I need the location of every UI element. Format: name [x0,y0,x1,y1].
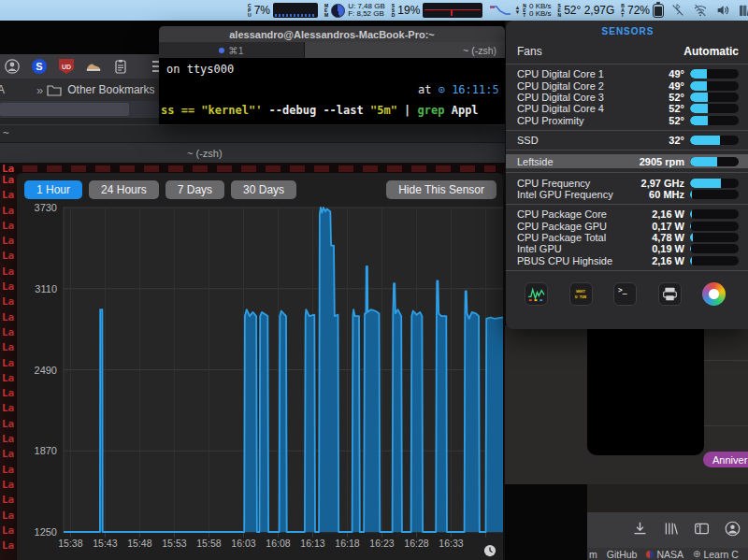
log-line-prefix: La [0,235,17,250]
sensor-row-cpu-digital-core-3[interactable]: CPU Digital Core 352° [517,92,739,103]
terminal2-header: ~ [0,124,505,142]
sensor-label: CPU Proximity [517,115,625,126]
printer-app-icon[interactable] [658,282,682,306]
bluetooth-off-icon[interactable] [670,3,685,18]
log-line-prefix: La [0,372,17,387]
menubar-network[interactable]: ▲▼ NET 0 KB/s 0 KB/s [489,3,551,18]
black-window-back [587,329,704,455]
fans-mode-value[interactable]: Automatic [683,45,739,58]
range-button-7-days[interactable]: 7 Days [165,180,224,199]
browser-toolbar-strip [0,101,159,118]
sensor-row-cpu-package-core[interactable]: CPU Package Core2,16 W [517,208,739,220]
activity-graph-app-icon[interactable] [525,282,548,306]
background-log-strip: LaLaLaLaLaLaLaLaLaLaLaLaLaLaLaLaLaLaLaLa… [0,174,17,560]
terminal-tab1-label: ⌘1 [228,45,243,56]
tab-activity-dot [219,48,224,53]
panel-divider [506,130,748,131]
sensor-row-cpu-digital-core-1[interactable]: CPU Digital Core 149° [517,68,739,79]
download-icon[interactable] [632,521,648,540]
sensor-label: CPU Digital Core 1 [517,68,625,79]
chevron-overflow-icon[interactable]: » [36,83,41,97]
terminal-tab-1[interactable]: ⌘1 [159,42,304,58]
net-arrows-icon: ▲▼ [514,6,520,15]
sensor-row-cpu-proximity[interactable]: CPU Proximity52° [517,115,739,126]
sensor-value: 32° [625,135,684,146]
bookmark-item-learn-c[interactable]: ⊕Learn C [693,549,739,560]
sensor-row-intel-gpu[interactable]: Intel GPU0,19 W [517,243,739,254]
sidebar-icon[interactable] [694,521,710,540]
profile-icon[interactable] [5,59,20,74]
terminal-content[interactable]: on ttys000 at ⊙ 16:11:5 ss == "kernel"' … [159,58,505,124]
s-extension-icon[interactable]: S [32,59,47,74]
sensors-dropdown: SENSORS Fans Automatic CPU Digital Core … [506,21,748,329]
bookmark-item-nasa[interactable]: NASA [646,549,683,560]
log-line-prefix: La [0,295,17,310]
terminal-app-icon[interactable]: >_ [613,282,637,306]
svg-text:2490: 2490 [35,365,57,376]
bookmark-item-github[interactable]: GitHub [607,549,638,560]
log-line-prefix: La [0,524,17,539]
sensor-row-intel-gpu-frequency[interactable]: Intel GPU Frequency60 MHz [517,189,739,200]
sensor-row-cpu-package-total[interactable]: CPU Package Total4,78 W [517,232,739,243]
library-icon[interactable] [663,521,679,540]
sensor-row-cpu-frequency[interactable]: CPU Frequency2,97 GHz [517,177,739,188]
books-icon[interactable] [738,3,748,18]
sensor-gauge [690,93,739,102]
sensor-row-cpu-digital-core-2[interactable]: CPU Digital Core 249° [517,79,739,91]
background-dark-area [505,484,587,560]
log-line-prefix: La [0,311,17,326]
fans-row[interactable]: Fans Automatic [517,43,739,60]
terminal-line-1: on ttys000 [166,63,234,76]
clipboard-icon[interactable] [113,59,128,74]
sensor-label: Leftside [517,156,625,167]
volume-icon[interactable] [715,3,730,18]
menubar-memory[interactable]: MEM U: 7,48 GB F: 8,52 GB [324,3,385,18]
sensor-value: 52° [625,115,684,126]
log-line-prefix: La [0,387,17,402]
panel-app-icons: WHATU TUN>_ [517,275,739,307]
sensor-row-cpu-package-gpu[interactable]: CPU Package GPU0,17 W [517,221,739,232]
anniversary-badge[interactable]: Anniver [703,452,748,467]
clock-icon[interactable] [483,544,496,557]
terminal-tab-2[interactable]: ~ (-zsh) [304,42,505,58]
terminal2-tab-bar[interactable]: ~ (-zsh) [0,142,505,163]
menubar-battery[interactable]: BAT 72% [621,4,664,18]
tuner-app-icon[interactable]: WHATU TUN [569,282,593,306]
sensor-row-ssd[interactable]: SSD32° [517,135,739,146]
profile-icon[interactable] [725,521,741,540]
color-wheel-app-icon[interactable] [702,282,726,306]
svg-text:16:13: 16:13 [300,538,324,549]
panel-divider [506,64,748,65]
range-button-1-hour[interactable]: 1 Hour [24,180,82,199]
terminal-window[interactable]: alessandro@Alessandros-MacBook-Pro:~ ⌘1 … [159,26,505,124]
terminal-tab2-label: ~ (-zsh) [463,45,496,56]
ud-shield-icon[interactable]: UD [59,59,74,74]
range-button-30-days[interactable]: 30 Days [231,180,296,199]
terminal-title-bar[interactable]: alessandro@Alessandros-MacBook-Pro:~ [159,26,505,42]
log-line-prefix: La [0,266,17,280]
sidebar-row-divider [704,360,748,361]
menubar-cpu[interactable]: CPU 7% [248,3,318,18]
range-button-24-hours[interactable]: 24 Hours [89,180,159,199]
sensor-gauge [690,209,739,219]
sensor-gauge [690,222,739,231]
menubar-ssd[interactable]: SSD 19% [392,3,483,18]
sensor-history-window[interactable]: 1250187024903110373015:3815:4315:4815:53… [17,173,503,560]
cpu-history-graph [273,3,318,18]
log-red-prefix: La [2,163,14,174]
sensor-row-leftside[interactable]: Leftside2905 rpm [506,154,748,168]
wifi-off-icon[interactable] [693,3,708,18]
ssd-vertical-label: SSD [392,4,396,18]
other-bookmarks-label[interactable]: Other Bookmarks [67,83,154,96]
menubar-sensors[interactable]: SEN 52° 2,97G [558,4,615,18]
sensor-row-cpu-digital-core-4[interactable]: CPU Digital Core 452° [517,103,739,114]
sensor-gauge [690,81,739,91]
log-line-prefix: La [0,220,17,235]
sensor-row-pbus-cpu-highside[interactable]: PBUS CPU Highside2,16 W [517,255,739,266]
sneaker-icon[interactable] [86,59,101,74]
battery-percent: 72% [627,4,650,17]
hide-this-sensor-button[interactable]: Hide This Sensor [386,180,496,199]
sensor-label: CPU Digital Core 3 [517,92,625,103]
chart-range-buttons: 1 Hour24 Hours7 Days30 DaysHide This Sen… [24,180,496,199]
bookmark-item-m[interactable]: m [589,549,597,560]
